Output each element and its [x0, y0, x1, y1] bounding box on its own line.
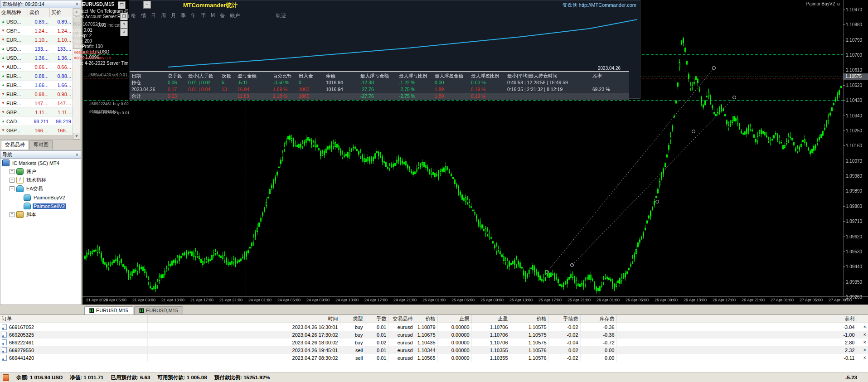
market-watch-row[interactable]: ▼EUR...147....147.... [0, 99, 73, 108]
time-tick-label: 27 Apr 01:00 [771, 298, 794, 302]
market-watch-row[interactable]: ▲USD...0.89...0.89... [0, 17, 73, 26]
stats-header-7: 余额 [326, 73, 335, 79]
tree-item-ic-markets-sc-mt4[interactable]: IC Markets (SC) MT4 [0, 159, 82, 167]
orders-header-7[interactable]: 止盈 [471, 315, 510, 323]
time-tick-label: 26 Apr 05:00 [626, 298, 649, 302]
order-swap-cell: -0.36 [580, 331, 616, 338]
tree-item--[interactable]: +账户 [0, 167, 82, 176]
ask-cell: 1.36... [50, 55, 71, 61]
orders-header-0[interactable]: 订单 [0, 315, 147, 323]
expand-icon[interactable]: + [10, 178, 15, 183]
market-watch-tab-0[interactable]: 交易品种 [1, 140, 29, 150]
stats-menu-item-2[interactable]: 日 [151, 12, 156, 19]
stats-menu-item-10[interactable]: 账户 [230, 12, 240, 19]
stats-cell: 1.89 [435, 93, 444, 100]
order-price-cell: 1.10576 [510, 346, 548, 354]
stats-menu-item-1[interactable]: 绩 [141, 12, 146, 19]
stats-menu-item-9[interactable]: 备 [220, 12, 225, 19]
stats-menu-item-track[interactable]: 轨迹 [276, 12, 286, 19]
price-tick-label: 1.09800 [846, 204, 862, 209]
collapse-icon[interactable]: - [10, 186, 15, 191]
chart-area[interactable]: ▾ EURUSD,M15 ❐ – Contact Me On Telegram … [82, 0, 868, 305]
ea-check-button[interactable]: √ [120, 29, 128, 36]
order-close-icon[interactable]: × [857, 338, 868, 346]
orders-header-9[interactable]: 手续费 [548, 315, 580, 323]
stats-cell: -1.22 % [399, 79, 415, 86]
ea-restore-button[interactable]: ❐ [120, 13, 128, 20]
order-close-icon[interactable]: × [857, 323, 868, 331]
scroll-down-icon[interactable]: ▼ [73, 133, 80, 140]
market-watch-row[interactable]: ▲EUR...1.66...1.66... [0, 81, 73, 90]
stats-menu-item-8[interactable]: M [211, 12, 215, 19]
tree-item--[interactable]: +脚本 [0, 210, 82, 219]
order-open-cell: 1.10565 [415, 354, 437, 362]
orders-header-4[interactable]: 交易品种 [388, 315, 415, 323]
market-watch-col-bid[interactable]: 卖价 [28, 8, 50, 17]
tree-item-label: 账户 [25, 168, 37, 175]
market-watch-row[interactable]: ▼AUD...0.66...0.66... [0, 63, 73, 72]
time-tick-label: 24 Apr 21:00 [393, 298, 417, 302]
market-watch-row[interactable]: ▲USD...133....133.... [0, 44, 73, 53]
stats-menu-item-6[interactable]: 年 [191, 12, 196, 19]
tree-item--[interactable]: +f技术指标 [0, 176, 82, 184]
ea-help-button[interactable]: ? [120, 21, 128, 29]
stats-brand-link[interactable]: 复盘侠 http://MTCommander.com [563, 2, 636, 9]
stats-header-1: 总手数 [168, 73, 182, 79]
orders-header-8[interactable]: 价格 [510, 315, 548, 323]
market-watch-row[interactable]: ▼EUR...0.98...0.98... [0, 90, 73, 99]
tree-item-paimonsellv2[interactable]: PaimonSellV2 [0, 202, 82, 210]
order-profit-cell: 2.80 [616, 338, 857, 346]
symbol-cell: ▲EUR... [0, 82, 28, 88]
orders-header-11[interactable]: 获利 [616, 315, 857, 323]
market-watch-row[interactable]: ▲CAD...98.21198.219 [0, 117, 73, 126]
order-row[interactable]: 6694414202023.04.27 08:30:02sell0.01euru… [0, 354, 868, 362]
order-commission-cell: -0.04 [548, 338, 580, 346]
order-commission-cell: -0.02 [548, 354, 580, 362]
time-tick-label: 24 Apr 13:00 [335, 298, 359, 302]
order-ticket-cell: 669205325 [0, 331, 147, 338]
stats-cell: 2023.04.26 [131, 86, 155, 93]
market-watch-col-symbol[interactable]: 交易品种 [0, 8, 28, 17]
market-watch-row[interactable]: ▲USD...1.36...1.36... [0, 53, 73, 63]
market-watch-row[interactable]: ▲EUR...0.88...0.88... [0, 72, 73, 81]
order-time-cell: 2023.04.26 19:45:01 [147, 346, 340, 354]
order-row[interactable]: 6692795502023.04.26 19:45:01sell0.01euru… [0, 346, 868, 354]
order-close-icon[interactable]: × [857, 354, 868, 362]
tree-item-ea-[interactable]: -EA交易 [0, 184, 82, 193]
stats-menu-item-3[interactable]: 周 [161, 12, 166, 19]
chevron-down-icon[interactable]: ▾ [78, 1, 81, 7]
orders-header-2[interactable]: 类型 [340, 315, 365, 323]
chart-tab-0[interactable]: EURUSD,M15 [84, 306, 133, 314]
order-row[interactable]: 6692053252023.04.26 17:30:02buy0.01eurus… [0, 331, 868, 338]
time-tick-label: 27 Apr 05:00 [800, 298, 823, 302]
orders-header-1[interactable]: 时间 [147, 315, 340, 323]
market-watch-row[interactable]: ▼GBP...166....166.... [0, 126, 73, 135]
market-watch-row[interactable]: ▼GBP...1.24...1.24... [0, 26, 73, 35]
tree-item-paimonbuyv2[interactable]: PaimonBuyV2 [0, 193, 82, 202]
symbol-label: CAD... [6, 119, 21, 124]
market-watch-tab-1[interactable]: 即时图 [29, 140, 53, 150]
stats-menu-item-5[interactable]: 季 [181, 12, 186, 19]
order-row[interactable]: 6692224612023.04.26 18:00:02buy0.02eurus… [0, 338, 868, 346]
market-watch-row[interactable]: ▼GBP...1.11...1.11... [0, 108, 73, 117]
chart-restore-button[interactable]: ❐ [118, 1, 126, 9]
market-watch-col-ask[interactable]: 买价 [50, 8, 71, 17]
expand-icon[interactable]: + [10, 169, 15, 174]
order-close-icon[interactable]: × [857, 331, 868, 338]
stats-minimize-button[interactable]: – [143, 1, 151, 9]
orders-header-6[interactable]: 止损 [437, 315, 471, 323]
expand-icon[interactable]: + [10, 212, 15, 217]
time-tick-label: 26 Apr 17:00 [713, 298, 736, 302]
orders-header-row: 订单时间类型手数交易品种价格止损止盈价格手续费库存费获利 [0, 315, 868, 323]
market-watch-row[interactable]: ▼EUR...1.10...1.10... [0, 35, 73, 44]
stats-menu-item-7[interactable]: 币 [201, 12, 206, 19]
order-close-icon[interactable]: × [857, 346, 868, 354]
orders-header-5[interactable]: 价格 [415, 315, 437, 323]
navigator-close-icon[interactable]: × [74, 152, 80, 157]
stats-menu-item-0[interactable]: 格 [131, 12, 136, 19]
orders-header-3[interactable]: 手数 [365, 315, 388, 323]
orders-header-10[interactable]: 库存费 [580, 315, 616, 323]
stats-menu-item-4[interactable]: 月 [171, 12, 176, 19]
chart-tab-1[interactable]: EURUSD,M15 [134, 306, 183, 314]
order-row[interactable]: 6691670522023.04.26 16:30:01buy0.01eurus… [0, 323, 868, 331]
